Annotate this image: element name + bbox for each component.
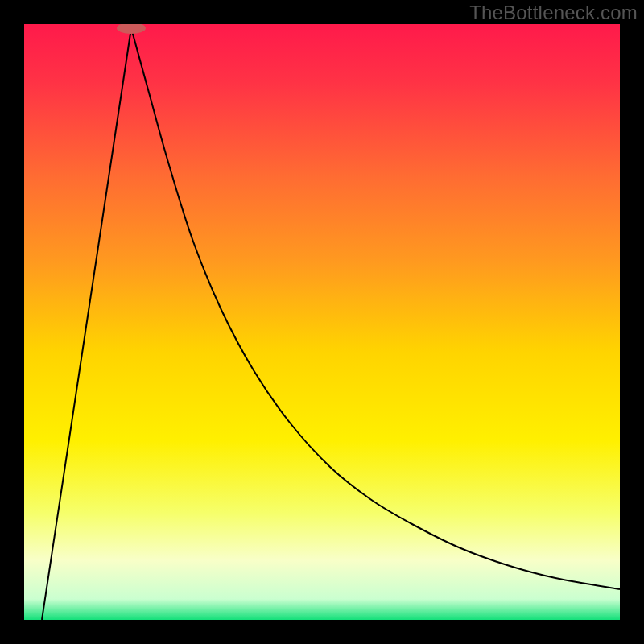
chart-svg — [24, 24, 620, 620]
chart-frame: TheBottleneck.com — [0, 0, 644, 644]
watermark-text: TheBottleneck.com — [469, 2, 638, 24]
chart-plot-area — [24, 24, 620, 620]
chart-background — [24, 24, 620, 620]
